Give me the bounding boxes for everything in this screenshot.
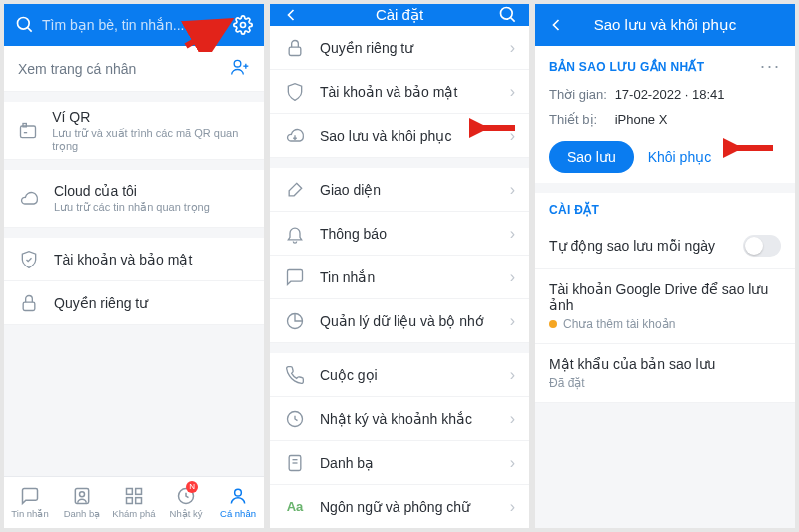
tab-label: Danh bạ xyxy=(64,508,101,519)
svg-point-19 xyxy=(501,8,513,20)
svg-point-17 xyxy=(235,489,242,496)
settings-messages[interactable]: Tin nhắn › xyxy=(270,256,529,299)
row-label: Quản lý dữ liệu và bộ nhớ xyxy=(320,313,484,329)
svg-rect-13 xyxy=(136,489,142,495)
row-label: Danh bạ xyxy=(320,455,374,471)
row-label: Tự động sao lưu mỗi ngày xyxy=(549,238,715,254)
search-icon[interactable] xyxy=(14,14,36,36)
settings-diary[interactable]: Nhật ký và khoảnh khắc › xyxy=(270,397,529,441)
settings-account[interactable]: Tài khoản và bảo mật › xyxy=(270,70,529,114)
panel-backup: Sao lưu và khôi phục BẢN SAO LƯU GẦN NHẤ… xyxy=(535,4,795,528)
row-sublabel: Chưa thêm tài khoản xyxy=(549,317,781,331)
svg-point-2 xyxy=(241,23,246,28)
lock-icon xyxy=(18,292,40,314)
cloud-row[interactable]: Cloud của tôi Lưu trữ các tin nhắn quan … xyxy=(4,170,264,228)
chevron-right-icon: › xyxy=(510,127,515,145)
search-icon[interactable] xyxy=(497,4,519,26)
row-label: Tin nhắn xyxy=(320,269,375,285)
gdrive-row[interactable]: Tài khoản Google Drive để sao lưu ảnh Ch… xyxy=(535,269,795,344)
backup-device: Thiết bị: iPhone X xyxy=(549,112,781,127)
account-row[interactable]: Tài khoản và bảo mật xyxy=(4,238,264,281)
row-sublabel: Đã đặt xyxy=(549,376,781,390)
tab-messages[interactable]: Tin nhắn xyxy=(4,477,56,528)
qr-title: Ví QR xyxy=(52,109,250,125)
chevron-right-icon: › xyxy=(510,39,515,57)
bell-icon xyxy=(284,223,306,245)
panel-settings: Cài đặt Quyền riêng tư › Tài khoản và bả… xyxy=(270,4,529,528)
svg-rect-12 xyxy=(127,489,133,495)
settings-language[interactable]: Aa Ngôn ngữ và phông chữ › xyxy=(270,485,529,528)
toggle-off[interactable] xyxy=(743,235,781,257)
row-label: Tài khoản và bảo mật xyxy=(320,84,457,100)
add-friend-icon[interactable] xyxy=(230,57,250,80)
time-label: Thời gian: xyxy=(549,87,611,102)
time-value: 17-02-2022 · 18:41 xyxy=(615,87,725,102)
message-icon xyxy=(284,266,306,288)
search-placeholder: Tìm bạn bè, tin nhắn... xyxy=(42,17,185,33)
backup-time: Thời gian: 17-02-2022 · 18:41 xyxy=(549,87,781,102)
account-label: Tài khoản và bảo mật xyxy=(54,252,192,267)
chevron-right-icon: › xyxy=(510,225,515,243)
settings-notifications[interactable]: Thông báo › xyxy=(270,212,529,256)
password-row[interactable]: Mật khẩu của bản sao lưu Đã đặt xyxy=(535,344,795,403)
tab-discover[interactable]: Khám phá xyxy=(108,477,160,528)
section-title: BẢN SAO LƯU GẦN NHẤT xyxy=(549,60,704,74)
settings-privacy[interactable]: Quyền riêng tư › xyxy=(270,26,529,70)
settings-backup[interactable]: Sao lưu và khôi phục › xyxy=(270,114,529,158)
row-label: Sao lưu và khôi phục xyxy=(320,128,451,144)
device-value: iPhone X xyxy=(615,112,668,127)
svg-rect-15 xyxy=(136,498,142,504)
clock-icon xyxy=(284,408,306,430)
svg-rect-21 xyxy=(289,47,301,55)
svg-line-1 xyxy=(28,28,32,32)
profile-cta: Xem trang cá nhân xyxy=(18,61,136,77)
tab-label: Khám phá xyxy=(112,508,155,519)
row-label: Nhật ký và khoảnh khắc xyxy=(320,411,472,427)
latest-backup-section: BẢN SAO LƯU GẦN NHẤT ··· Thời gian: 17-0… xyxy=(535,46,795,223)
qr-icon xyxy=(18,120,38,142)
header: Tìm bạn bè, tin nhắn... xyxy=(4,4,264,46)
chevron-right-icon: › xyxy=(510,83,515,101)
back-icon[interactable] xyxy=(545,14,567,36)
more-icon[interactable]: ··· xyxy=(760,56,781,77)
chevron-right-icon: › xyxy=(510,181,515,199)
brush-icon xyxy=(284,179,306,201)
settings-calls[interactable]: Cuộc gọi › xyxy=(270,353,529,397)
row-label: Mật khẩu của bản sao lưu xyxy=(549,356,781,372)
back-icon[interactable] xyxy=(280,4,302,26)
tab-label: Tin nhắn xyxy=(11,508,48,519)
tab-me[interactable]: Cá nhân xyxy=(212,477,264,528)
settings-contacts[interactable]: Danh bạ › xyxy=(270,441,529,485)
svg-rect-6 xyxy=(21,126,36,138)
cloud-icon xyxy=(18,188,40,210)
header-title: Sao lưu và khôi phục xyxy=(567,16,763,34)
svg-point-11 xyxy=(80,492,85,497)
phone-icon xyxy=(284,364,306,386)
pie-icon xyxy=(284,310,306,332)
svg-rect-14 xyxy=(127,498,133,504)
privacy-row[interactable]: Quyền riêng tư xyxy=(4,281,264,325)
restore-button[interactable]: Khôi phục xyxy=(648,149,711,165)
chevron-right-icon: › xyxy=(510,312,515,330)
auto-backup-row[interactable]: Tự động sao lưu mỗi ngày xyxy=(535,223,795,269)
svg-point-3 xyxy=(234,60,241,67)
svg-point-0 xyxy=(18,18,30,30)
shield-icon xyxy=(284,81,306,103)
settings-interface[interactable]: Giao diện › xyxy=(270,168,529,212)
tab-label: Nhật ký xyxy=(170,508,203,519)
tab-contacts[interactable]: Danh bạ xyxy=(56,477,108,528)
row-label: Thông báo xyxy=(320,226,387,242)
gear-icon[interactable] xyxy=(232,14,254,36)
warning-dot-icon xyxy=(549,320,557,328)
header-title: Cài đặt xyxy=(302,6,497,24)
tab-diary[interactable]: N Nhật ký xyxy=(160,477,212,528)
svg-rect-9 xyxy=(23,302,35,310)
backup-button[interactable]: Sao lưu xyxy=(549,141,634,173)
qr-wallet-row[interactable]: Ví QR Lưu trữ và xuất trình các mã QR qu… xyxy=(4,102,264,160)
search-input[interactable]: Tìm bạn bè, tin nhắn... xyxy=(36,17,232,33)
row-label: Ngôn ngữ và phông chữ xyxy=(320,499,470,515)
row-label: Giao diện xyxy=(320,182,381,198)
settings-data[interactable]: Quản lý dữ liệu và bộ nhớ › xyxy=(270,299,529,343)
profile-row[interactable]: Xem trang cá nhân xyxy=(4,46,264,92)
chevron-right-icon: › xyxy=(510,268,515,286)
